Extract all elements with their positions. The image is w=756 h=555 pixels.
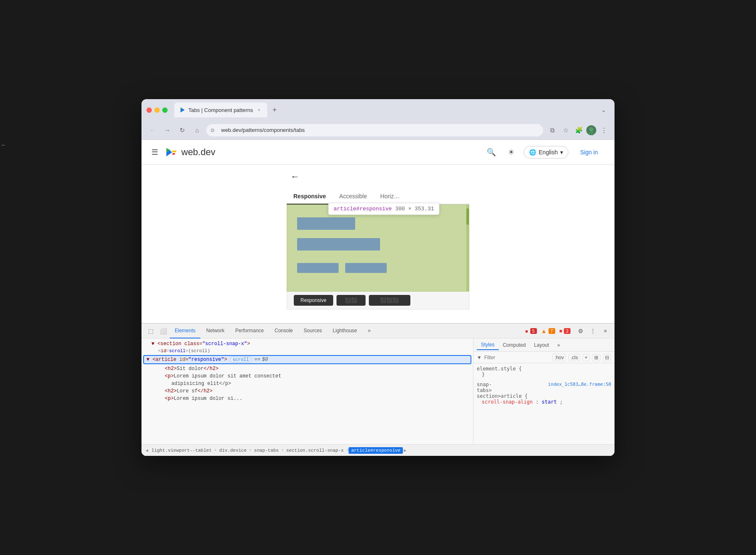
more-options-icon[interactable]: ⋮ xyxy=(598,124,610,136)
bookmark-icon[interactable]: ☆ xyxy=(560,124,571,136)
breadcrumb-item-article-responsive[interactable]: article#responsive xyxy=(349,447,403,454)
sign-in-button[interactable]: Sign in xyxy=(573,146,605,159)
devtools-tab-lighthouse[interactable]: Lighthouse xyxy=(328,324,362,338)
devtools-more-icon[interactable]: ⋮ xyxy=(587,325,599,337)
styles-tab-more[interactable]: » xyxy=(553,341,564,350)
address-bar-wrapper: ⊙ xyxy=(206,124,543,136)
devtools-settings-icon[interactable]: ⚙ xyxy=(575,325,586,337)
back-button[interactable]: ← xyxy=(146,124,158,136)
logo-text: web.dev xyxy=(181,147,215,158)
webdev-logo[interactable]: web.dev xyxy=(165,146,215,159)
address-bar-row: ← → ↻ ⌂ ⊙ ⧉ ☆ 🧩 ⋮ xyxy=(141,121,615,140)
dom-line-article-highlighted[interactable]: ▼ <article id="responsive"> scroll == $0 xyxy=(143,355,471,364)
maximize-button[interactable] xyxy=(162,107,168,113)
style-source-link[interactable]: index_1c583…8e.frame:50 xyxy=(548,382,611,387)
tab-responsive[interactable]: Responsive xyxy=(287,189,333,204)
filter-pseudo-cls[interactable]: .cls xyxy=(568,354,580,361)
forward-button[interactable]: → xyxy=(161,124,173,136)
warning-count: 7 xyxy=(549,328,555,334)
site-header: ☰ web.dev 🔍 ☀ 🌐 English ▾ Si xyxy=(141,140,615,165)
styles-filter-input[interactable] xyxy=(484,355,550,360)
tab-horizontal[interactable]: Horiz… xyxy=(374,189,407,204)
address-input[interactable] xyxy=(206,124,543,136)
tab-title: Tabs | Component patterns xyxy=(188,107,253,113)
chevron-down-icon[interactable]: ⌄ xyxy=(598,104,610,116)
styles-tab-styles[interactable]: Styles xyxy=(477,340,499,350)
breadcrumb-item-device[interactable]: div.device xyxy=(217,447,249,454)
dom-h2-2-tag: <h2>Lore sf</h2> xyxy=(165,388,212,394)
dom-line-id-scroll[interactable]: <id=scroll>(scroll) xyxy=(141,348,473,354)
preview-block-3 xyxy=(297,263,339,273)
devtools-tab-network[interactable]: Network xyxy=(201,324,229,338)
breadcrumb-item-snap-tabs[interactable]: snap-tabs xyxy=(251,447,281,454)
home-button[interactable]: ⌂ xyxy=(191,124,203,136)
device-toolbar-icon[interactable]: ⬜ xyxy=(157,325,169,337)
breadcrumb-item-viewport[interactable]: light.viewport--tablet xyxy=(149,447,214,454)
back-navigation-icon[interactable]: ← xyxy=(290,171,300,182)
dom-line-h2-1[interactable]: <h2>Sit dolor</h2> xyxy=(141,365,473,372)
dom-line-h2-2[interactable]: <h2>Lore sf</h2> xyxy=(141,387,473,395)
close-button[interactable] xyxy=(146,107,152,113)
tabs-navigation: Responsive Accessible Horiz… xyxy=(287,189,469,204)
third-tab-button[interactable]: ⬛⬛⬛ xyxy=(369,295,410,306)
minimize-button[interactable] xyxy=(154,107,160,113)
tooltip-dimensions: 300 × 353.31 xyxy=(395,206,434,212)
filter-pseudo-hov[interactable]: :hov xyxy=(552,354,566,361)
search-icon[interactable]: 🔍 xyxy=(484,145,499,160)
breadcrumb-item-scroll-snap[interactable]: section.scroll-snap-x xyxy=(284,447,346,454)
style-property-name: scroll-snap-align xyxy=(482,399,533,405)
style-property-value: start xyxy=(542,399,557,405)
issues-badge: ■ 2 xyxy=(559,328,571,334)
dom-p-2-tag: <p>Lorem ipsum dolor si... xyxy=(165,396,242,402)
dom-line-p-text[interactable]: adipisicing elit</p> xyxy=(141,380,473,387)
theme-toggle-icon[interactable]: ☀ xyxy=(504,145,519,160)
svg-point-3 xyxy=(588,131,595,135)
preview-block-2 xyxy=(297,238,380,251)
responsive-tab-button[interactable]: Responsive xyxy=(294,295,333,306)
breadcrumb-left-arrow[interactable]: ◀ xyxy=(145,448,149,453)
styles-tab-layout[interactable]: Layout xyxy=(530,341,553,350)
filter-pseudo-add[interactable]: + xyxy=(583,354,590,361)
browser-window: Tabs | Component patterns × + ⌄ ← → ↻ ⌂ … xyxy=(141,99,615,456)
active-tab[interactable]: Tabs | Component patterns × xyxy=(174,102,267,117)
styles-tab-computed[interactable]: Computed xyxy=(499,341,530,350)
title-bar: Tabs | Component patterns × + ⌄ xyxy=(141,99,615,121)
devtools-tab-console[interactable]: Console xyxy=(270,324,298,338)
devtools-body: ▼ <section class="scroll-snap-x"> <id=sc… xyxy=(141,338,615,444)
language-selector-button[interactable]: 🌐 English ▾ xyxy=(524,146,568,158)
open-new-window-icon[interactable]: ⧉ xyxy=(546,124,558,136)
second-tab-button[interactable]: ⬛⬛ xyxy=(337,295,366,306)
style-rule-header: snap-tabs> index_1c583…8e.frame:50 xyxy=(477,382,611,393)
dom-article-tag: ▼ <article id="responsive"> xyxy=(146,357,227,363)
error-count: 5 xyxy=(530,328,537,334)
extensions-icon[interactable]: 🧩 xyxy=(573,124,585,136)
warning-badge: ▲ 7 xyxy=(541,328,555,334)
dom-line-p-2[interactable]: <p>Lorem ipsum dolor si... xyxy=(141,395,473,402)
filter-pseudo-sidebar[interactable]: ⊟ xyxy=(603,354,611,361)
tab-accessible[interactable]: Accessible xyxy=(333,189,374,204)
filter-pseudo-toggle[interactable]: ⊞ xyxy=(592,354,600,361)
devtools-tab-performance[interactable]: Performance xyxy=(230,324,269,338)
profile-avatar[interactable] xyxy=(586,125,596,135)
tab-favicon xyxy=(179,107,186,113)
browser-content: ☰ web.dev 🔍 ☀ 🌐 English ▾ Si xyxy=(141,140,615,456)
element-highlight-tooltip: article#responsive 300 × 353.31 xyxy=(328,203,439,215)
devtools-tabs-bar: ⬚ ⬜ Elements Network Performance Console… xyxy=(141,324,615,338)
chevron-down-icon: ▾ xyxy=(560,149,563,156)
scroll-badge: scroll xyxy=(230,357,251,363)
devtools-close-icon[interactable]: × xyxy=(600,325,611,337)
tab-close-button[interactable]: × xyxy=(256,107,262,113)
element-style-close: } xyxy=(477,372,611,377)
devtools-tab-more[interactable]: » xyxy=(363,324,376,338)
inspect-element-icon[interactable]: ⬚ xyxy=(145,325,156,337)
dom-panel: ▼ <section class="scroll-snap-x"> <id=sc… xyxy=(141,338,473,444)
reload-button[interactable]: ↻ xyxy=(176,124,188,136)
breadcrumb-right-arrow[interactable]: ▶ xyxy=(403,448,407,453)
dom-line-p-1[interactable]: <p>Lorem ipsum dolor sit amet consectet xyxy=(141,372,473,380)
hamburger-menu-icon[interactable]: ☰ xyxy=(151,148,158,157)
dom-p-content: adipisicing elit</p> xyxy=(171,381,231,387)
devtools-tab-elements[interactable]: Elements xyxy=(170,324,200,338)
new-tab-button[interactable]: + xyxy=(269,104,280,116)
dom-line-section[interactable]: ▼ <section class="scroll-snap-x"> xyxy=(141,340,473,348)
devtools-tab-sources[interactable]: Sources xyxy=(299,324,327,338)
